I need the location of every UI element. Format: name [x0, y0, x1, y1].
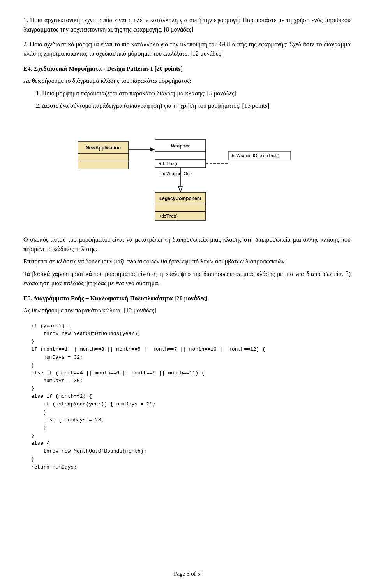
- section-e5: Ε5. Διαγράμματα Ροής – Κυκλωματική Πολυπ…: [23, 295, 351, 474]
- e4-desc3: Τα βασικά χαρακτηριστικά του μορφήματος …: [23, 269, 351, 288]
- question-2: 2. Ποιο σχεδιαστικό μόρφημα είναι το πιο…: [23, 40, 351, 58]
- q2-number: 2.: [23, 41, 28, 47]
- svg-text:+doThis(): +doThis(): [159, 161, 177, 166]
- e5-heading: Ε5. Διαγράμματα Ροής – Κυκλωματική Πολυπ…: [23, 295, 351, 302]
- svg-text:-theWrappedOne: -theWrappedOne: [159, 171, 192, 176]
- e4-sub1-text: Ποιο μόρφημα παρουσιάζεται στο παρακάτω …: [42, 90, 236, 97]
- svg-text:LegacyComponent: LegacyComponent: [159, 196, 201, 201]
- e5-intro: Ας θεωρήσουμε τον παρακάτω κώδικα. [12 μ…: [23, 306, 351, 315]
- e4-desc2: Επιτρέπει σε κλάσεις να δουλεύουν μαζί ε…: [23, 257, 351, 266]
- q2-text: 2. Ποιο σχεδιαστικό μόρφημα είναι το πιο…: [23, 40, 351, 58]
- svg-rect-8: [155, 151, 206, 159]
- footer-text: Page 3 of 5: [174, 570, 200, 577]
- svg-rect-3: [78, 161, 129, 169]
- uml-diagram: NewApplication Wrapper +doThis(): [74, 118, 300, 227]
- q2-body: Ποιο σχεδιαστικό μόρφημα είναι το πιο κα…: [23, 41, 351, 57]
- e4-intro: Ας θεωρήσουμε το διάγραμμα κλάσης του πα…: [23, 76, 351, 86]
- e4-sub2-number: 2.: [36, 102, 41, 109]
- svg-text:+doThat(): +doThat(): [159, 214, 178, 218]
- e4-heading: Ε4. Σχεδιαστικά Μορφήματα - Design Patte…: [23, 65, 351, 72]
- question-1: 1. Ποια αρχιτεκτονική τεχνοτροπία είναι …: [23, 16, 351, 34]
- uml-svg: NewApplication Wrapper +doThis(): [74, 118, 300, 227]
- svg-text:Wrapper: Wrapper: [171, 143, 190, 149]
- page-content: 1. Ποια αρχιτεκτονική τεχνοτροπία είναι …: [23, 16, 351, 474]
- e4-sub2: 2. Δώστε ένα σύντομο παράδειγμα (σκιαγρά…: [36, 101, 351, 111]
- svg-rect-20: [155, 204, 206, 212]
- q1-number: 1.: [23, 17, 28, 23]
- svg-text:NewApplication: NewApplication: [86, 145, 121, 151]
- svg-marker-17: [178, 186, 182, 192]
- svg-marker-5: [150, 147, 155, 151]
- page-footer: Page 3 of 5: [0, 570, 374, 577]
- e4-sub1: 1. Ποιο μόρφημα παρουσιάζεται στο παρακά…: [36, 89, 351, 98]
- e4-sub2-text: Δώστε ένα σύντομο παράδειγμα (σκιαγράφησ…: [42, 102, 269, 109]
- e4-desc1: Ο σκοπός αυτού του μορφήματος είναι να μ…: [23, 235, 351, 254]
- svg-text:theWrappedOne.doThat();: theWrappedOne.doThat();: [231, 153, 280, 158]
- section-e4: Ε4. Σχεδιαστικά Μορφήματα - Design Patte…: [23, 65, 351, 288]
- e4-sub1-number: 1.: [36, 90, 41, 97]
- e5-code: if (year<1) { throw new YearOutOfBounds(…: [23, 319, 351, 474]
- q1-body: Ποια αρχιτεκτονική τεχνοτροπία είναι η π…: [23, 17, 351, 33]
- q1-text: 1. Ποια αρχιτεκτονική τεχνοτροπία είναι …: [23, 16, 351, 34]
- uml-diagram-area: NewApplication Wrapper +doThis(): [23, 118, 351, 227]
- svg-rect-2: [78, 153, 129, 161]
